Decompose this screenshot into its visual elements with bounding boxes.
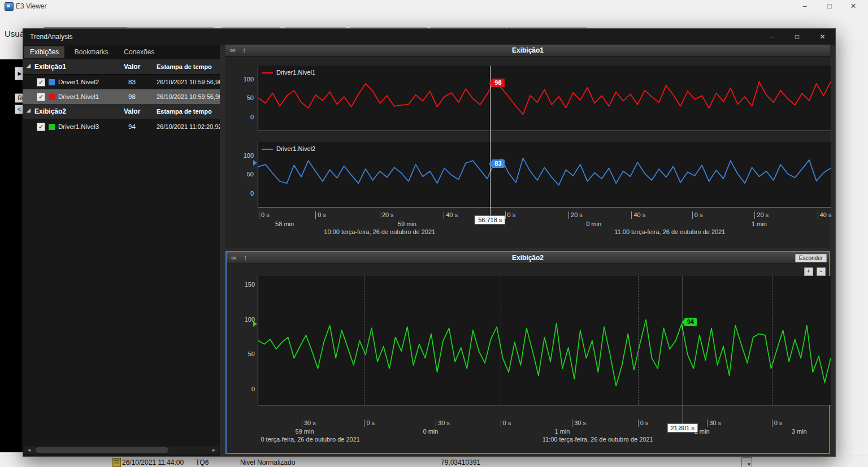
pen-color-swatch — [49, 124, 55, 130]
x-axis-label: 40 s — [444, 211, 458, 219]
alarm-value: 79,03410391 — [441, 459, 480, 466]
expander-icon[interactable]: ◢ — [27, 107, 31, 113]
background-screen: ▶ Re < — [0, 59, 23, 452]
nivel1-line-chart — [258, 66, 831, 131]
tree-group-header[interactable]: ◢Exibição2ValorEstampa de tempo — [23, 104, 220, 119]
trendanalysis-window: TrendAnalysis – □ ✕ Exibições Bookmarks … — [23, 28, 836, 457]
gridline — [364, 276, 364, 405]
y-axis-tick-label: 0 — [228, 114, 254, 120]
exibicao1-title: Exibição1 — [225, 46, 830, 54]
x-axis-label: 40 s — [818, 211, 832, 219]
expander-icon[interactable]: ◢ — [27, 63, 31, 68]
x-axis-label: 59 min — [398, 220, 416, 227]
chart-cursor[interactable] — [490, 66, 491, 215]
nivel3-line-chart — [258, 276, 831, 405]
trend-close-button[interactable]: ✕ — [810, 29, 835, 45]
nivel2-plot[interactable] — [258, 142, 831, 207]
scrollbar-thumb[interactable] — [36, 447, 168, 453]
pen-value: 94 — [128, 123, 136, 130]
x-axis-label: 30 s — [302, 420, 316, 427]
nivel1-plot[interactable] — [258, 66, 831, 131]
x-axis-label: 58 min — [275, 220, 294, 227]
pen-timestamp: 26/10/2021 10:59:56,960 — [157, 93, 220, 100]
trend-maximize-button[interactable]: □ — [784, 29, 810, 45]
x-axis-label: 40 s — [631, 211, 645, 219]
x-axis-label: 20 s — [568, 211, 583, 219]
x-axis-label: 0 s — [364, 420, 375, 427]
zoom-in-button[interactable]: + — [804, 267, 813, 276]
pen-checkbox[interactable]: ✓ — [37, 93, 45, 101]
alarm-timestamp: 26/10/2021 11:44:00 — [122, 459, 184, 466]
y-axis-tick-label: 0 — [228, 190, 254, 197]
dropdown-button[interactable]: ▼ — [741, 457, 752, 467]
scroll-left-icon[interactable]: ◄ — [27, 447, 32, 453]
legend-line-icon — [262, 149, 273, 150]
trend-titlebar[interactable]: TrendAnalysis – □ ✕ — [23, 29, 835, 45]
y-axis-tick-label: 50 — [228, 171, 254, 178]
app-maximize-button[interactable]: □ — [821, 0, 839, 12]
link-icon[interactable]: ∞ — [229, 253, 239, 263]
pen-value: 98 — [128, 93, 136, 100]
x-axis-label: 0 min — [586, 220, 601, 227]
nivel2-legend: Driver1.Nivel2 — [262, 145, 315, 152]
value-column-header: Valor — [124, 107, 140, 115]
x-axis-label: 0 s — [638, 420, 649, 427]
nivel3-plot[interactable] — [258, 276, 831, 405]
pen-checkbox[interactable]: ✓ — [37, 78, 45, 87]
exibicao1-header[interactable]: ∞ ↑ Exibição1 — [225, 45, 830, 57]
link-icon[interactable]: ∞ — [228, 45, 238, 55]
y-axis-tick-label: 100 — [228, 152, 254, 159]
tree-horizontal-scrollbar[interactable]: ◄ ► — [24, 446, 219, 454]
y-axis-tick-label: 50 — [228, 94, 254, 101]
tab-exibicoes[interactable]: Exibições — [24, 46, 64, 58]
zoom-controls: + - — [803, 265, 826, 276]
x-axis-label: 0 s — [505, 211, 516, 219]
x-axis-label: 0 s — [772, 420, 783, 427]
pen-row[interactable]: ✓Driver1.Nivel19826/10/2021 10:59:56,960 — [23, 89, 220, 104]
zoom-out-button[interactable]: - — [817, 267, 826, 276]
legend-label: Driver1.Nivel1 — [276, 69, 315, 76]
pen-checkbox[interactable]: ✓ — [37, 123, 45, 131]
arrow-up-icon[interactable]: ↑ — [239, 45, 249, 55]
pen-color-swatch — [49, 94, 55, 100]
esconder-button[interactable]: Esconder — [795, 254, 827, 262]
x-axis-label: 1 min — [752, 220, 767, 227]
timestamp-column-header: Estampa de tempo — [157, 63, 212, 70]
chart-panel-exibicao1: ∞ ↑ Exibição1 Driver1.Nivel1 Driver1.Niv… — [225, 45, 830, 248]
y-axis-tick-label: 50 — [229, 351, 255, 357]
group-name: Exibição2 — [34, 107, 66, 115]
pen-name: Driver1.Nivel1 — [58, 93, 99, 100]
x-axis-label: 20 s — [380, 211, 394, 219]
pen-row[interactable]: ✓Driver1.Nivel28326/10/2021 10:59:56,960 — [23, 75, 220, 89]
arrow-up-icon[interactable]: ↑ — [240, 253, 250, 263]
app-minimize-button[interactable]: – — [796, 0, 814, 12]
trend-left-panel: Exibições Bookmarks Conexões ◢Exibição1V… — [23, 45, 220, 456]
tab-bookmarks[interactable]: Bookmarks — [69, 46, 114, 58]
current-value-marker-icon — [253, 321, 257, 327]
trend-minimize-button[interactable]: – — [759, 29, 784, 45]
x-axis-label: 1 min — [554, 428, 570, 435]
y-axis-tick-label: 100 — [228, 76, 254, 83]
alarm-row[interactable]: 26/10/2021 11:44:00 TQ6 Nivel Normalizad… — [0, 456, 868, 467]
pen-timestamp: 26/10/2021 11:02:20,927 — [157, 123, 220, 130]
x-axis-label: 30 s — [436, 420, 450, 427]
nivel1-legend: Driver1.Nivel1 — [262, 69, 315, 76]
app-close-button[interactable]: ✕ — [844, 0, 862, 12]
app-title: E3 Viewer — [16, 2, 46, 10]
chart-cursor[interactable] — [683, 276, 683, 423]
tab-conexoes[interactable]: Conexões — [118, 46, 160, 58]
exibicao2-header[interactable]: ∞ ↑ Exibição2 Esconder — [227, 252, 829, 264]
x-axis-label: 0 s — [315, 211, 326, 219]
legend-label: Driver1.Nivel2 — [276, 145, 315, 152]
x-axis-label: 0 s — [259, 211, 270, 219]
gridline — [501, 276, 501, 405]
x-axis-label: 0 s — [501, 420, 511, 427]
group-name: Exibição1 — [34, 63, 66, 71]
scroll-right-icon[interactable]: ► — [211, 447, 216, 453]
pen-tree: ◢Exibição1ValorEstampa de tempo✓Driver1.… — [23, 59, 220, 445]
x-axis-label: 30 s — [572, 420, 586, 427]
pen-row[interactable]: ✓Driver1.Nivel39426/10/2021 11:02:20,927 — [23, 119, 220, 134]
x-axis-label: 11:00 terça-feira, 26 de outubro de 2021 — [542, 436, 653, 443]
tree-group-header[interactable]: ◢Exibição1ValorEstampa de tempo — [23, 59, 220, 75]
pen-name: Driver1.Nivel3 — [58, 123, 99, 130]
